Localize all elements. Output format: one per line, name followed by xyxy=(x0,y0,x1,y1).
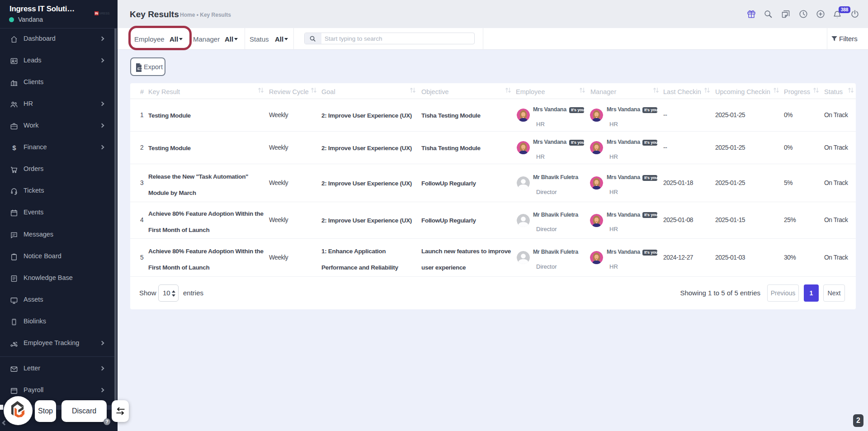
svg-text:$: $ xyxy=(12,144,16,152)
